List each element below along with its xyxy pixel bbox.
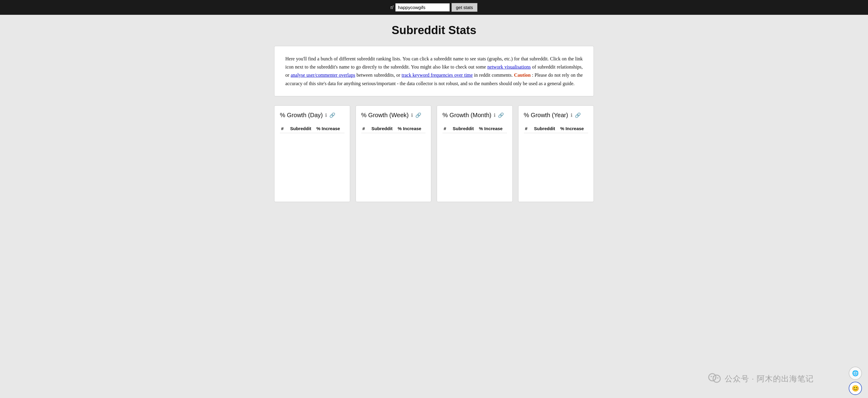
link-icon-month[interactable]: 🔗 (498, 112, 504, 118)
card-title-week: % Growth (Week) (361, 112, 409, 119)
wechat-icon (707, 371, 722, 386)
col-hash-month: # (442, 124, 452, 133)
table-header-row-month: # Subreddit % Increase (442, 124, 507, 133)
svg-point-5 (717, 377, 718, 378)
card-growth-week: % Growth (Week) ℹ 🔗 # Subreddit % Increa… (355, 105, 432, 202)
svg-point-0 (709, 373, 716, 381)
info-icon-year: ℹ (570, 112, 572, 118)
info-text-3: between subreddits, or (356, 73, 401, 78)
svg-point-3 (713, 376, 714, 377)
card-header-year: % Growth (Year) ℹ 🔗 (524, 112, 588, 119)
table-header-row-week: # Subreddit % Increase (361, 124, 426, 133)
col-increase-year: % Increase (559, 124, 588, 133)
svg-point-4 (715, 377, 716, 378)
subreddit-input[interactable] (395, 3, 450, 11)
table-header-row-year: # Subreddit % Increase (524, 124, 588, 133)
cards-row: % Growth (Day) ℹ 🔗 # Subreddit % Increas… (274, 105, 594, 202)
card-title-year: % Growth (Year) (524, 112, 568, 119)
chat-icon: 😊 (852, 385, 859, 392)
card-title-day: % Growth (Day) (280, 112, 323, 119)
info-icon-day: ℹ (325, 112, 327, 118)
link-icon-week[interactable]: 🔗 (415, 112, 421, 118)
card-table-week: # Subreddit % Increase (361, 124, 426, 133)
main-content: Subreddit Stats Here you'll find a bunch… (268, 15, 600, 211)
info-icon-month: ℹ (494, 112, 496, 118)
get-stats-button[interactable]: get stats (452, 3, 478, 12)
reddit-prefix: r/ (391, 5, 394, 10)
translate-icon: 🌐 (852, 370, 859, 376)
col-subreddit-week: Subreddit (370, 124, 397, 133)
user-overlaps-link[interactable]: analyse user/commenter overlaps (291, 73, 355, 78)
info-text-4: in reddit comments. (474, 73, 514, 78)
card-growth-month: % Growth (Month) ℹ 🔗 # Subreddit % Incre… (437, 105, 513, 202)
watermark-text: 公众号 · 阿木的出海笔记 (725, 373, 814, 384)
card-table-year: # Subreddit % Increase (524, 124, 588, 133)
col-subreddit-day: Subreddit (289, 124, 315, 133)
page-title: Subreddit Stats (274, 24, 594, 37)
card-table-month: # Subreddit % Increase (442, 124, 507, 133)
info-icon-week: ℹ (411, 112, 413, 118)
col-increase-month: % Increase (478, 124, 507, 133)
navbar: r/ get stats (0, 0, 868, 15)
card-growth-year: % Growth (Year) ℹ 🔗 # Subreddit % Increa… (518, 105, 594, 202)
info-box: Here you'll find a bunch of different su… (274, 46, 594, 96)
col-increase-week: % Increase (397, 124, 426, 133)
table-header-row-day: # Subreddit % Increase (280, 124, 344, 133)
card-header-day: % Growth (Day) ℹ 🔗 (280, 112, 344, 119)
svg-point-2 (711, 376, 712, 377)
translate-button[interactable]: 🌐 (849, 367, 862, 380)
card-growth-day: % Growth (Day) ℹ 🔗 # Subreddit % Increas… (274, 105, 350, 202)
caution-label: Caution (514, 73, 530, 78)
link-icon-year[interactable]: 🔗 (575, 112, 581, 118)
col-hash-year: # (524, 124, 533, 133)
card-table-day: # Subreddit % Increase (280, 124, 344, 133)
track-keyword-link[interactable]: track keyword frequencies over time (401, 73, 473, 78)
svg-point-1 (713, 375, 720, 382)
watermark: 公众号 · 阿木的出海笔记 (707, 371, 814, 386)
card-header-month: % Growth (Month) ℹ 🔗 (442, 112, 507, 119)
col-hash-day: # (280, 124, 289, 133)
card-header-week: % Growth (Week) ℹ 🔗 (361, 112, 426, 119)
network-visualisations-link[interactable]: network visualisations (487, 64, 531, 69)
col-subreddit-month: Subreddit (452, 124, 478, 133)
link-icon-day[interactable]: 🔗 (329, 112, 335, 118)
chat-button[interactable]: 😊 (849, 382, 862, 395)
col-subreddit-year: Subreddit (533, 124, 559, 133)
col-hash-week: # (361, 124, 370, 133)
card-title-month: % Growth (Month) (442, 112, 491, 119)
col-increase-day: % Increase (315, 124, 344, 133)
